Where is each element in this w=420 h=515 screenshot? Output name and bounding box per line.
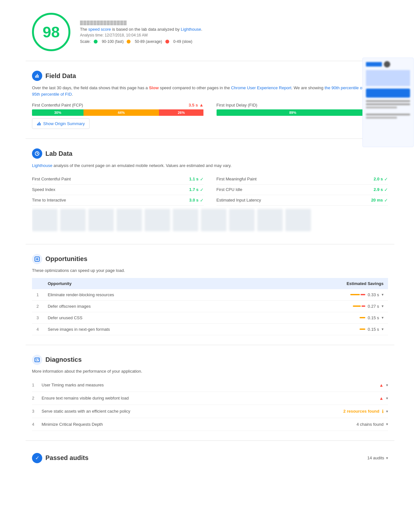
opp-chevron-1[interactable]: ▾	[382, 292, 384, 297]
field-data-icon	[32, 71, 42, 81]
opp-row-4: 4 Serve images in next-gen formats 0.15 …	[32, 323, 388, 335]
col-savings: Estimated Savings	[258, 278, 388, 289]
col-opportunity: Opportunity	[43, 278, 257, 289]
ad-logo-circle	[384, 61, 390, 67]
opp-num-3: 3	[32, 312, 43, 323]
lab-tti-value: 3.0 s	[189, 198, 199, 202]
fcp-bar-red: 26%	[159, 109, 203, 116]
svg-rect-14	[35, 358, 39, 362]
savings-seg-4a	[360, 329, 365, 330]
svg-rect-0	[35, 76, 36, 78]
opp-num-4: 4	[32, 323, 43, 335]
diag-chains-found: 4 chains found	[356, 422, 384, 427]
passed-audits-title: Passed audits	[45, 454, 89, 462]
passed-audits-right: 14 audits ▾	[367, 456, 388, 460]
divider-5	[26, 440, 394, 441]
lab-metric-fci: First CPU Idle 2.9 s ✓	[217, 185, 388, 195]
lab-eil-label: Estimated Input Latency	[217, 198, 261, 203]
opp-chevron-2[interactable]: ▾	[382, 304, 384, 308]
speed-score-link[interactable]: speed score	[88, 27, 111, 32]
passed-audits-count: 14 audits	[367, 456, 384, 460]
savings-seg-2a	[353, 305, 361, 307]
lab-data-section: Lab Data Lighthouse analysis of the curr…	[13, 142, 407, 241]
diag-info-3[interactable]: ℹ	[382, 409, 384, 414]
divider-4	[26, 345, 394, 345]
diag-right-4: 4 chains found ▾	[356, 422, 388, 427]
diagnostics-icon	[32, 355, 42, 365]
lab-fci-check: ✓	[384, 187, 388, 192]
ad-text-1	[366, 100, 410, 102]
lab-metrics-row-3: Time to Interactive 3.0 s ✓ Estimated In…	[32, 195, 388, 206]
opp-num-1: 1	[32, 289, 43, 301]
svg-line-17	[38, 359, 39, 360]
opp-row-2: 2 Defer offscreen images 0.27 s ▾	[32, 300, 388, 312]
savings-seg-3a	[360, 317, 365, 318]
diag-chevron-4[interactable]: ▾	[386, 422, 388, 426]
savings-seg-2b	[361, 305, 365, 307]
ad-button[interactable]	[366, 89, 410, 98]
ad-logo-rect	[366, 62, 382, 67]
lighthouse-lab-link[interactable]: Lighthouse	[32, 163, 52, 168]
lab-metrics-row-2: Speed Index 1.7 s ✓ First CPU Idle 2.9 s…	[32, 185, 388, 195]
passed-audits-chevron[interactable]: ▾	[386, 456, 388, 460]
thumbnail-8	[229, 209, 255, 231]
svg-rect-7	[40, 123, 41, 125]
thumbnail-7	[201, 209, 226, 231]
diag-num-4: 4	[32, 422, 42, 427]
show-origin-summary-button[interactable]: Show Origin Summary	[32, 118, 90, 129]
svg-rect-2	[37, 74, 38, 78]
svg-rect-1	[36, 75, 37, 78]
thumbnail-9	[257, 209, 283, 231]
diag-chevron-1[interactable]: ▾	[386, 383, 388, 387]
lab-tti-label: Time to Interactive	[32, 198, 66, 203]
opportunities-icon-svg	[34, 256, 40, 262]
savings-seg-1a	[350, 294, 360, 295]
fcp-progress-bar: 30% 44% 26%	[32, 109, 204, 116]
lab-si-label: Speed Index	[32, 187, 55, 192]
lab-eil-value: 20 ms	[371, 198, 383, 202]
diagnostics-header: Diagnostics	[32, 355, 388, 365]
chrome-ux-link[interactable]: Chrome User Experience Report	[231, 85, 291, 90]
lighthouse-link[interactable]: Lighthouse	[181, 27, 201, 32]
diagnostics-icon-svg	[34, 357, 40, 363]
metrics-header-row: First Contentful Paint (FCP) 3.5 s ▲ 30%…	[32, 102, 388, 116]
lab-data-header: Lab Data	[32, 148, 388, 159]
divider-1	[26, 61, 394, 61]
diag-label-1: User Timing marks and measures	[42, 383, 379, 387]
fcp-value: 3.5 s	[189, 103, 198, 107]
lab-data-icon	[32, 148, 42, 159]
lab-metric-fmp: First Meaningful Paint 2.0 s ✓	[217, 174, 388, 185]
diag-chevron-2[interactable]: ▾	[386, 396, 388, 400]
divider-3	[26, 244, 394, 244]
lab-data-title: Lab Data	[45, 150, 72, 157]
thumbnail-1	[32, 209, 58, 231]
lab-metric-fcp: First Contentful Paint 1.1 s ✓	[32, 174, 204, 185]
avg-label: 50-89 (average)	[135, 39, 162, 44]
diag-chevron-3[interactable]: ▾	[386, 409, 388, 414]
lab-fcp-check: ✓	[200, 177, 204, 182]
lab-eil-check: ✓	[384, 198, 388, 203]
savings-seg-1b	[361, 294, 365, 295]
thumbnail-3	[88, 209, 114, 231]
diagnostics-desc: More information about the performance o…	[32, 369, 388, 374]
origin-summary-icon	[37, 122, 41, 126]
opp-savings-3: 0.15 s ▾	[258, 312, 388, 323]
svg-rect-3	[38, 75, 39, 78]
svg-line-10	[37, 154, 38, 154]
opp-row-1: 1 Eliminate render-blocking resources 0.…	[32, 289, 388, 301]
diag-row-4: 4 Minimize Critical Requests Depth 4 cha…	[32, 418, 388, 431]
avg-dot	[127, 40, 131, 44]
lab-si-value: 1.7 s	[189, 187, 199, 192]
opportunities-icon	[32, 254, 42, 264]
lab-tti-check: ✓	[200, 198, 204, 203]
diag-label-2: Ensure text remains visible during webfo…	[42, 396, 379, 400]
opp-chevron-4[interactable]: ▾	[382, 327, 384, 331]
opp-label-4: Serve images in next-gen formats	[43, 323, 257, 335]
diag-num-1: 1	[32, 383, 42, 387]
score-section: 98 ▓▓▓▓▓▓▓▓▓▓▓▓▓▓ The speed score is bas…	[13, 6, 407, 58]
opportunities-section: Opportunities These optimizations can sp…	[13, 248, 407, 342]
fast-dot	[94, 40, 98, 44]
lab-fcp-value: 1.1 s	[189, 177, 199, 181]
passed-audits-icon: ✓	[32, 453, 42, 463]
opp-chevron-3[interactable]: ▾	[382, 315, 384, 320]
